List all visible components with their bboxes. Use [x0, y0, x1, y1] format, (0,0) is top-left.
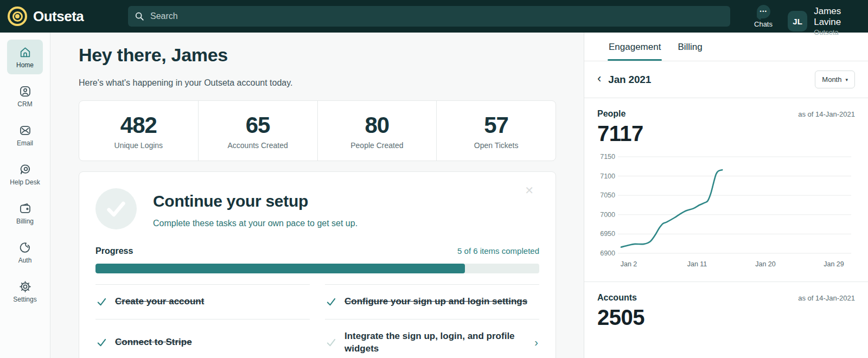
- chevron-down-icon: ▾: [845, 77, 848, 82]
- user-name: James Lavine: [814, 6, 868, 27]
- top-bar: Outseta ••• Chats JL James Lavine Outset…: [0, 0, 868, 33]
- stat-value: 482: [120, 112, 157, 138]
- svg-text:Jan 11: Jan 11: [687, 260, 707, 268]
- sidebar-item-email[interactable]: Email: [7, 118, 43, 152]
- chevron-right-icon: ›: [534, 336, 538, 349]
- progress-status: 5 of 6 items completed: [457, 246, 539, 255]
- accounts-section: Accounts as of 14-Jan-2021 2505: [584, 282, 868, 330]
- sidebar-item-auth[interactable]: Auth: [7, 235, 43, 270]
- sidebar-item-settings[interactable]: Settings: [7, 274, 43, 309]
- sidebar-item-label: Billing: [16, 218, 34, 225]
- sidebar-item-home[interactable]: Home: [7, 40, 43, 74]
- checkmark-circle-icon: [95, 188, 137, 229]
- progress-label: Progress: [95, 246, 133, 256]
- search-input[interactable]: [150, 11, 724, 21]
- tab-billing[interactable]: Billing: [678, 42, 702, 61]
- accounts-count: 2505: [597, 305, 855, 330]
- task-label: Integrate the sign up, login, and profil…: [344, 330, 526, 355]
- sidebar-item-crm[interactable]: CRM: [7, 79, 43, 113]
- help-desk-icon: [18, 163, 32, 176]
- email-icon: [18, 124, 32, 137]
- setup-task[interactable]: Create your account: [95, 284, 310, 319]
- billing-icon: [18, 202, 32, 215]
- people-section: People as of 14-Jan-2021 7117 6900695070…: [584, 98, 868, 282]
- svg-text:7100: 7100: [600, 172, 615, 180]
- task-label: Create your account: [115, 296, 204, 308]
- tab-engagement[interactable]: Engagement: [609, 42, 661, 61]
- people-section-title: People: [597, 109, 626, 119]
- stat-card: 65Accounts Created: [198, 101, 317, 161]
- svg-text:7000: 7000: [600, 211, 615, 219]
- setup-task[interactable]: Integrate the sign up, login, and profil…: [325, 319, 539, 358]
- user-menu[interactable]: JL James Lavine Outseta: [788, 6, 868, 36]
- progress-bar: [95, 264, 539, 273]
- engagement-panel: EngagementBilling ‹ Jan 2021 Month ▾ Peo…: [584, 33, 868, 358]
- svg-text:Jan 20: Jan 20: [755, 260, 776, 268]
- check-icon: [326, 297, 336, 307]
- close-icon[interactable]: ✕: [525, 185, 534, 196]
- bullseye-logo-icon: [8, 7, 27, 26]
- page-subtitle: Here's what's happening in your Outseta …: [79, 78, 584, 88]
- sidebar-nav: HomeCRMEmailHelp DeskBillingAuthSettings: [0, 33, 50, 358]
- people-count: 7117: [597, 122, 855, 146]
- sidebar-item-label: CRM: [17, 100, 32, 108]
- search-bar[interactable]: [128, 6, 730, 27]
- stat-card: 80People Created: [317, 101, 437, 161]
- svg-text:Jan 2: Jan 2: [621, 260, 637, 268]
- progress-bar-fill: [95, 264, 465, 273]
- user-org: Outseta: [814, 28, 868, 36]
- accounts-section-title: Accounts: [597, 293, 637, 303]
- chat-bubble-icon: •••: [757, 5, 770, 18]
- auth-icon: [18, 241, 32, 254]
- panel-tabs: EngagementBilling: [584, 33, 868, 61]
- sidebar-item-label: Auth: [18, 257, 32, 264]
- people-line-chart: 690069507000705071007150Jan 2Jan 11Jan 2…: [597, 148, 855, 277]
- settings-icon: [18, 280, 32, 293]
- stat-value: 80: [365, 112, 390, 138]
- setup-task[interactable]: Connect to Stripe: [95, 319, 310, 358]
- svg-text:6900: 6900: [600, 250, 615, 257]
- stat-label: Unique Logins: [114, 141, 163, 150]
- chats-button[interactable]: ••• Chats: [751, 5, 776, 28]
- setup-card: ✕ Continue your setup Complete these tas…: [79, 171, 556, 358]
- svg-text:Jan 29: Jan 29: [824, 260, 844, 268]
- sidebar-item-help-desk[interactable]: Help Desk: [7, 157, 43, 191]
- svg-text:7150: 7150: [600, 153, 615, 161]
- home-icon: [18, 46, 32, 59]
- search-icon: [135, 11, 144, 21]
- avatar: JL: [788, 11, 807, 31]
- accounts-as-of-date: as of 14-Jan-2021: [798, 294, 855, 302]
- stat-value: 57: [484, 112, 508, 138]
- task-label: Configure your sign up and login setting…: [344, 296, 527, 308]
- people-trend-line: [621, 170, 722, 247]
- people-as-of-date: as of 14-Jan-2021: [798, 110, 855, 118]
- outseta-logo[interactable]: Outseta: [0, 7, 84, 26]
- task-label: Connect to Stripe: [115, 336, 192, 349]
- previous-period-chevron-icon[interactable]: ‹: [597, 73, 601, 86]
- stat-label: Open Tickets: [474, 141, 519, 150]
- stat-label: People Created: [350, 141, 403, 150]
- stat-card: 482Unique Logins: [79, 101, 198, 161]
- setup-task-list: Create your accountConfigure your sign u…: [95, 284, 539, 358]
- sidebar-item-label: Email: [17, 139, 33, 147]
- stat-label: Accounts Created: [227, 141, 288, 150]
- stat-card: 57Open Tickets: [436, 101, 556, 161]
- setup-task[interactable]: Configure your sign up and login setting…: [325, 284, 539, 319]
- sidebar-item-label: Settings: [13, 296, 36, 303]
- period-selector-button[interactable]: Month ▾: [815, 71, 855, 88]
- sidebar-item-billing[interactable]: Billing: [7, 196, 43, 231]
- crm-icon: [18, 85, 32, 98]
- stat-value: 65: [246, 112, 270, 138]
- setup-title: Continue your setup: [153, 192, 358, 210]
- svg-text:7050: 7050: [600, 191, 615, 199]
- main-content: Hey there, James Here's what's happening…: [51, 33, 584, 358]
- chats-label: Chats: [754, 20, 773, 28]
- check-icon: [97, 297, 107, 307]
- brand-name: Outseta: [33, 8, 84, 25]
- svg-text:6950: 6950: [600, 230, 615, 238]
- page-title: Hey there, James: [79, 44, 584, 66]
- stats-card: 482Unique Logins65Accounts Created80Peop…: [79, 100, 556, 161]
- sidebar-item-label: Help Desk: [10, 178, 40, 186]
- check-icon: [326, 337, 336, 348]
- sidebar-item-label: Home: [16, 61, 34, 69]
